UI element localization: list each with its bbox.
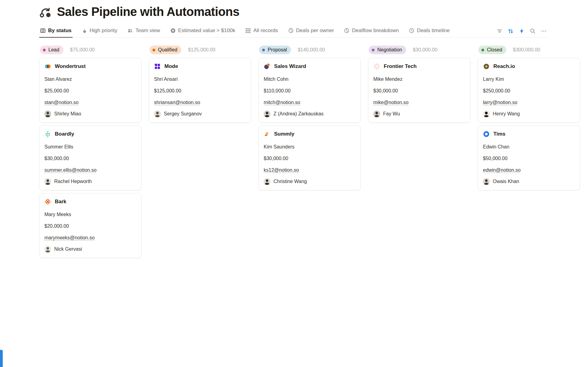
deal-card[interactable]: Mode Shri Ansari $125,000.00 shriansari@… xyxy=(149,58,251,123)
page-title[interactable]: Sales Pipeline with Automations xyxy=(57,5,239,19)
tab-label: By status xyxy=(48,28,72,34)
filter-icon[interactable] xyxy=(495,27,504,36)
status-badge[interactable]: Qualified xyxy=(149,46,181,54)
card-company-name: Bark xyxy=(55,199,66,205)
search-icon[interactable] xyxy=(528,27,537,36)
tab-label: Deals per owner xyxy=(296,28,334,34)
deal-card[interactable]: Bark Mary Meeks $20,000.00 marymeeks@not… xyxy=(39,193,141,258)
card-email-link[interactable]: larry@notion.so xyxy=(483,100,517,105)
status-dot-icon xyxy=(153,49,155,51)
column-header: Negotiation $30,000.00 xyxy=(369,46,470,54)
tab-by-status[interactable]: By status xyxy=(39,25,73,38)
owner-name: Nick Gervasi xyxy=(54,246,82,252)
column-total: $75,000.00 xyxy=(70,47,95,53)
more-icon[interactable] xyxy=(539,27,548,36)
status-label: Lead xyxy=(48,47,59,53)
avatar xyxy=(483,110,490,117)
status-badge[interactable]: Proposal xyxy=(259,46,291,54)
column-qualified: Qualified $125,000.00 Mode Shri Ansari $… xyxy=(149,46,251,125)
status-label: Qualified xyxy=(158,47,177,53)
card-email-link[interactable]: summer.ellis@notion.so xyxy=(44,167,96,173)
status-dot-icon xyxy=(372,49,375,51)
card-company-name: Wondertrust xyxy=(55,63,86,69)
deal-card[interactable]: Frontier Tech Mike Mendez $30,000.00 mik… xyxy=(368,58,470,123)
boardly-logo xyxy=(44,131,51,137)
card-value: $20,000.00 xyxy=(44,223,136,229)
tab-high-priority[interactable]: High priority xyxy=(81,25,119,38)
column-lead: Lead $75,000.00 Wondertrust Stan Alvarez… xyxy=(39,46,141,261)
tab-label: All records xyxy=(253,28,278,34)
tab-estimated-value[interactable]: Estimated value > $100k xyxy=(169,25,236,38)
card-contact: Shri Ansari xyxy=(154,76,246,82)
status-badge[interactable]: Negotiation xyxy=(369,46,406,54)
card-contact: Mike Mendez xyxy=(373,76,465,82)
avatar xyxy=(44,178,51,185)
card-email-link[interactable]: shriansari@notion.so xyxy=(154,100,200,105)
column-total: $125,000.00 xyxy=(188,47,215,53)
star-badge-icon xyxy=(170,28,176,33)
sales-wizard-logo xyxy=(264,63,270,70)
page-edge-indicator[interactable] xyxy=(0,350,3,367)
page-header: Sales Pipeline with Automations xyxy=(0,0,588,19)
lightning-icon[interactable] xyxy=(517,27,526,36)
deal-card[interactable]: Boardly Summer Ellis $30,000.00 summer.e… xyxy=(39,125,141,190)
avatar xyxy=(264,110,270,117)
clock-icon xyxy=(409,28,414,33)
card-email-link[interactable]: edwin@notion.so xyxy=(483,167,521,173)
tab-label: Dealflow breakdown xyxy=(352,28,399,34)
card-owner: Fay Wu xyxy=(373,110,465,117)
deal-card[interactable]: Wondertrust Stan Alvarez $25,000.00 stan… xyxy=(39,58,141,123)
tab-team-view[interactable]: Team view xyxy=(126,25,161,38)
owner-name: Fay Wu xyxy=(383,111,400,117)
avatar xyxy=(44,246,51,253)
card-contact: Stan Alvarez xyxy=(44,76,136,82)
card-company-name: Mode xyxy=(164,63,178,69)
card-company-name: Reach.io xyxy=(493,63,515,69)
card-value: $110,000.00 xyxy=(264,88,356,94)
card-owner: Rachel Hepworth xyxy=(44,178,136,185)
card-contact: Mitch Cohn xyxy=(264,76,356,82)
flame-icon xyxy=(82,28,87,33)
card-value: $250,000.00 xyxy=(483,88,575,94)
status-badge[interactable]: Closed xyxy=(478,46,506,54)
card-owner: Nick Gervasi xyxy=(44,246,136,253)
column-header: Lead $75,000.00 xyxy=(40,46,141,54)
column-total: $140,000.00 xyxy=(298,47,325,53)
owner-name: Shirley Miao xyxy=(54,111,81,117)
column-total: $30,000.00 xyxy=(413,47,437,53)
card-value: $30,000.00 xyxy=(44,155,136,161)
card-owner: Shirley Miao xyxy=(44,110,136,117)
status-badge[interactable]: Lead xyxy=(40,46,63,54)
avatar xyxy=(373,110,380,117)
card-email-link[interactable]: mitch@notion.so xyxy=(264,100,300,105)
pie-chart-icon xyxy=(344,28,349,33)
card-company-name: Sales Wizard xyxy=(274,63,306,69)
card-contact: Larry Kim xyxy=(483,76,575,82)
deal-card[interactable]: Sales Wizard Mitch Cohn $110,000.00 mitc… xyxy=(258,58,361,123)
column-negotiation: Negotiation $30,000.00 Frontier Tech Mik… xyxy=(368,46,470,125)
kanban-board: Lead $75,000.00 Wondertrust Stan Alvarez… xyxy=(0,38,588,261)
deal-card[interactable]: Summly Kim Saunders $30,000.00 ks12@noti… xyxy=(258,125,361,190)
tab-label: High priority xyxy=(90,28,118,34)
card-email-link[interactable]: marymeeks@notion.so xyxy=(44,235,95,240)
column-header: Closed $300,000.00 xyxy=(478,46,580,54)
card-company-name: Boardly xyxy=(55,131,74,137)
tab-all-records[interactable]: All records xyxy=(244,25,279,38)
avatar xyxy=(483,178,490,185)
card-company-name: Summly xyxy=(274,131,294,137)
card-email-link[interactable]: stan@notion.so xyxy=(44,100,78,105)
grid-icon xyxy=(245,28,251,33)
card-email-link[interactable]: ks12@notion.so xyxy=(264,167,299,173)
column-header: Proposal $140,000.00 xyxy=(259,46,361,54)
column-header: Qualified $125,000.00 xyxy=(149,46,251,54)
owner-name: Owais Khan xyxy=(493,179,519,184)
status-label: Negotiation xyxy=(377,47,402,53)
tab-dealflow-breakdown[interactable]: Dealflow breakdown xyxy=(343,25,400,38)
summly-logo xyxy=(264,131,270,137)
sort-arrows-icon[interactable] xyxy=(506,27,515,36)
tab-deals-timeline[interactable]: Deals timeline xyxy=(408,25,450,38)
card-email-link[interactable]: mike@notion.so xyxy=(373,100,409,105)
deal-card[interactable]: Tims Edwin Chan $50,000.00 edwin@notion.… xyxy=(478,125,580,190)
tab-deals-per-owner[interactable]: Deals per owner xyxy=(287,25,335,38)
deal-card[interactable]: Reach.io Larry Kim $250,000.00 larry@not… xyxy=(478,58,580,123)
